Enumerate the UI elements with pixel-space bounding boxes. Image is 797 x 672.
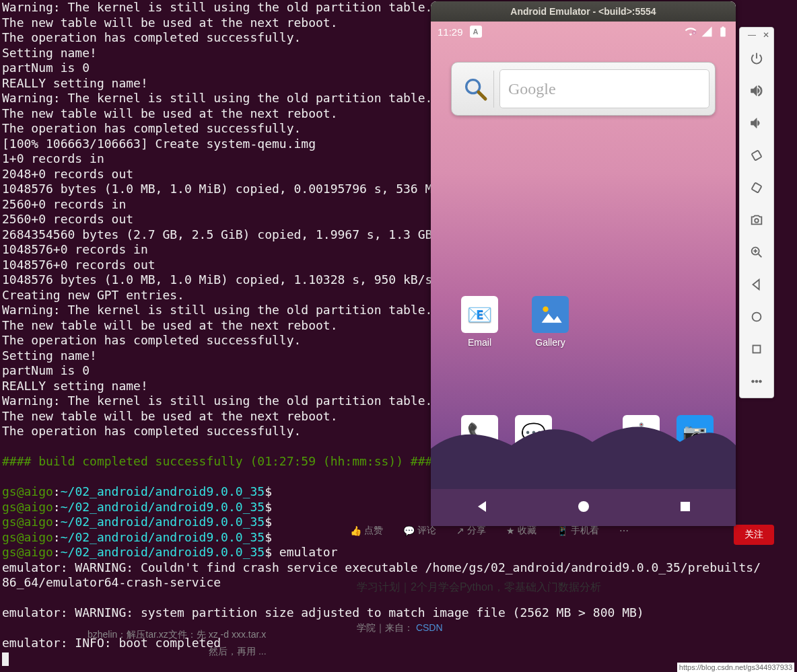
wifi-icon: ×: [685, 26, 697, 38]
navbar: [431, 489, 736, 526]
svg-rect-15: [753, 346, 761, 353]
keyboard-icon: A: [470, 26, 482, 38]
rotate-right-button[interactable]: [739, 172, 774, 204]
svg-rect-8: [751, 182, 761, 192]
svg-point-5: [578, 501, 589, 512]
more-button[interactable]: ⋯: [619, 525, 629, 536]
nav-back[interactable]: [474, 498, 490, 517]
google-search-widget[interactable]: Google: [451, 62, 716, 116]
nav-recent[interactable]: [677, 498, 693, 517]
svg-point-9: [755, 219, 759, 223]
rotate-left-button[interactable]: [739, 139, 774, 172]
svg-point-18: [759, 380, 762, 383]
emulator-screen[interactable]: 11:29 A × Google 📧 Email: [431, 22, 736, 526]
mobile-button[interactable]: 📱 手机看: [557, 525, 599, 537]
blog-action-bar: 👍 点赞 💬 评论 ↗ 分享 ★ 收藏 📱 手机看 ⋯: [350, 525, 629, 537]
home-button[interactable]: [739, 301, 774, 333]
back-button[interactable]: [739, 268, 774, 301]
search-icon[interactable]: [457, 71, 494, 108]
svg-rect-7: [751, 150, 761, 160]
collect-button[interactable]: ★ 收藏: [506, 525, 536, 537]
battery-icon: [717, 26, 729, 38]
csdn-link[interactable]: CSDN: [416, 622, 443, 633]
svg-line-11: [759, 254, 762, 258]
statusbar: 11:29 A ×: [431, 22, 736, 42]
comment-text-2: 然后，再用 ...: [209, 646, 267, 658]
source-label: 学院｜来自：: [357, 622, 413, 633]
signal-icon: [701, 26, 713, 38]
close-button[interactable]: ✕: [763, 30, 769, 40]
app-label: Gallery: [535, 337, 565, 348]
more-button[interactable]: [739, 365, 774, 398]
app-email[interactable]: 📧 Email: [461, 296, 498, 348]
comment-button[interactable]: 💬 评论: [403, 525, 436, 537]
screenshot-button[interactable]: [739, 204, 774, 236]
study-plan[interactable]: 学习计划｜2个月学会Python，零基础入门数据分析: [357, 581, 601, 595]
svg-text:×: ×: [693, 31, 695, 35]
emulator-sidebar: — ✕: [739, 27, 774, 398]
volume-down-button[interactable]: [739, 107, 774, 139]
nav-home[interactable]: [576, 498, 592, 517]
app-gallery[interactable]: Gallery: [532, 296, 569, 348]
overview-button[interactable]: [739, 333, 774, 365]
power-button[interactable]: [739, 42, 774, 75]
app-label: Email: [468, 337, 491, 348]
svg-line-3: [479, 92, 485, 99]
volume-up-button[interactable]: [739, 75, 774, 107]
zoom-button[interactable]: [739, 236, 774, 268]
email-icon: 📧: [461, 296, 498, 333]
gallery-icon: [532, 296, 569, 333]
wallpaper-mountains: [431, 408, 736, 489]
share-button[interactable]: ↗ 分享: [456, 525, 486, 537]
status-time: 11:29: [438, 26, 463, 38]
emulator-window: Android Emulator - <build>:5554 11:29 A …: [431, 1, 736, 526]
page-url: https://blog.csdn.net/gs344937933: [677, 663, 794, 672]
minimize-button[interactable]: —: [748, 30, 756, 40]
svg-point-16: [752, 380, 755, 383]
svg-rect-6: [681, 502, 690, 511]
svg-point-17: [755, 380, 758, 383]
svg-point-4: [543, 306, 548, 311]
follow-button[interactable]: 关注: [734, 525, 774, 545]
like-button[interactable]: 👍 点赞: [350, 525, 383, 537]
comment-text: bzhelin：解压tar.xz文件：先 xz -d xxx.tar.x: [88, 629, 266, 641]
search-input[interactable]: Google: [499, 69, 709, 108]
emulator-titlebar[interactable]: Android Emulator - <build>:5554: [431, 1, 736, 22]
svg-point-14: [753, 313, 761, 322]
